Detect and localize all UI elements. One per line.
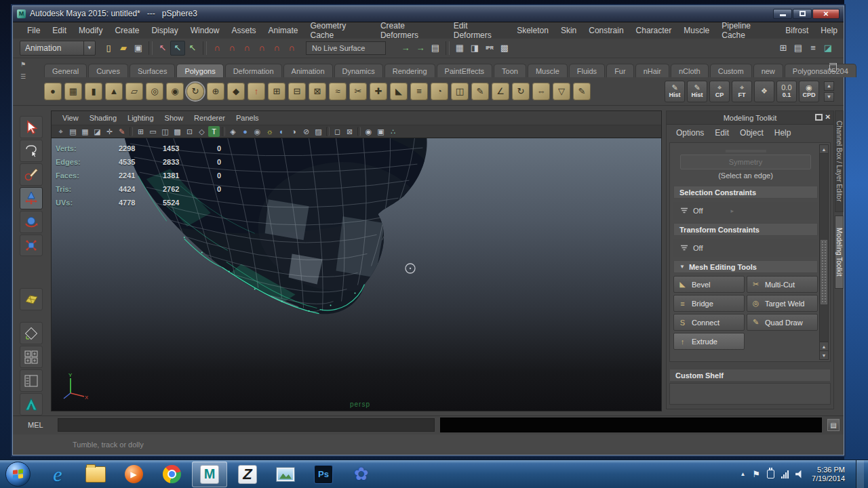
film-gate-icon[interactable]: ▭: [147, 126, 159, 137]
viewport-separator[interactable]: [222, 127, 225, 136]
safe-action-icon[interactable]: ◇: [196, 126, 208, 137]
resolution-gate-icon[interactable]: ◫: [159, 126, 171, 137]
snap-to-curves-icon[interactable]: ∩: [224, 41, 239, 56]
minimize-button[interactable]: [773, 9, 792, 19]
toolkit-menu-item[interactable]: Object: [734, 128, 769, 138]
photo-viewer-icon[interactable]: [268, 462, 303, 487]
shelf-tab[interactable]: nCloth: [671, 64, 709, 77]
shelf-tab[interactable]: Polygonsa05204: [785, 64, 856, 77]
shelf-tab[interactable]: Fur: [606, 64, 634, 77]
toolbar-separator[interactable]: [203, 41, 207, 55]
menu-item[interactable]: Animate: [262, 26, 304, 35]
chrome-icon[interactable]: [154, 462, 189, 487]
polygon-sphere-icon[interactable]: ●: [44, 83, 62, 100]
rotate-tool[interactable]: [20, 211, 43, 233]
polygon-pipe-icon[interactable]: ◉: [166, 83, 184, 100]
menu-item[interactable]: Edit Deformers: [448, 21, 511, 40]
polygon-platonic-icon[interactable]: ◆: [227, 83, 245, 100]
quad-draw-icon[interactable]: ✎: [471, 83, 489, 100]
save-scene-icon[interactable]: ▣: [131, 41, 146, 56]
construction-history-icon[interactable]: ▤: [428, 41, 443, 56]
shelf-scroll-up-icon[interactable]: ▲: [824, 81, 834, 91]
menu-item[interactable]: Help: [814, 26, 844, 35]
shaded-icon[interactable]: ●: [239, 126, 251, 137]
combine-icon[interactable]: ⊞: [268, 83, 285, 100]
extrude-button[interactable]: ↑ Extrude: [673, 333, 745, 350]
shelf-tab[interactable]: Deformation: [225, 64, 282, 77]
action-center-icon[interactable]: ⚑: [752, 469, 760, 479]
flower-app-icon[interactable]: ✿: [344, 462, 379, 487]
viewport-menu-item[interactable]: Lighting: [122, 114, 159, 122]
shelf-tab[interactable]: Polygons: [176, 64, 223, 77]
bevel-button[interactable]: ◣ Bevel: [673, 276, 745, 293]
polygon-torus-icon[interactable]: ◎: [146, 83, 163, 100]
menu-set-dropdown[interactable]: Animation ▼: [20, 41, 96, 56]
menu-item[interactable]: Pipeline Cache: [715, 21, 779, 40]
render-current-frame-icon[interactable]: ◨: [467, 41, 482, 56]
select-camera-icon[interactable]: ⌖: [55, 126, 66, 137]
custom-shelf-area[interactable]: [669, 383, 831, 405]
move-tool[interactable]: [20, 187, 43, 209]
camera-attributes-icon[interactable]: ▤: [67, 126, 79, 137]
viewport-canvas[interactable]: Verts: 2298 1453 0 Edges: 4535 2833: [52, 138, 661, 411]
history-on-button[interactable]: ✎ Hist: [665, 81, 685, 102]
start-button[interactable]: [5, 462, 31, 487]
shelf-scroll-down-icon[interactable]: ▼: [824, 92, 834, 102]
channel-box-icon[interactable]: ≡: [806, 41, 821, 56]
multisample-icon[interactable]: ▨: [313, 126, 324, 137]
transform-constraints-header[interactable]: Transform Constraints: [673, 223, 818, 236]
xray-icon[interactable]: ⊠: [344, 126, 355, 137]
symmetry-button[interactable]: Symmetry: [680, 155, 811, 169]
scrollbar-thumb[interactable]: [821, 240, 827, 304]
shelf-tabs-menu-icon[interactable]: ⚑: [20, 61, 26, 68]
titlebar[interactable]: M Autodesk Maya 2015: untitled* --- pSph…: [13, 6, 844, 22]
render-view-icon[interactable]: ▦: [452, 41, 467, 56]
image-plane-icon[interactable]: ◪: [92, 126, 103, 137]
quad-draw-button[interactable]: ✎ Quad Draw: [747, 314, 818, 331]
selection-constraints-header[interactable]: Selection Constraints: [673, 186, 818, 199]
menu-item[interactable]: Muscle: [677, 26, 715, 35]
windows-explorer-icon[interactable]: [78, 462, 113, 487]
shadows-icon[interactable]: ◐: [276, 126, 288, 137]
hardware-renderer-icon[interactable]: ▣: [375, 126, 387, 137]
grid-icon[interactable]: ⊞: [135, 126, 146, 137]
shelf-menu-icon[interactable]: ☰: [20, 73, 26, 80]
select-by-hierarchy-icon[interactable]: ↖: [155, 41, 170, 56]
extrude-icon[interactable]: ↑: [248, 83, 265, 100]
media-player-icon[interactable]: ▶: [116, 462, 151, 487]
pan-zoom-icon[interactable]: ✛: [104, 126, 115, 137]
cpd-button[interactable]: ◉ CPD: [799, 81, 819, 102]
select-by-object-icon[interactable]: ↖: [170, 41, 185, 56]
shelf-tab[interactable]: nHair: [635, 64, 669, 77]
scroll-up-icon[interactable]: ▲: [820, 145, 828, 154]
menu-item[interactable]: Geometry Cache: [304, 21, 374, 40]
output-connections-icon[interactable]: →: [413, 41, 428, 56]
menu-item[interactable]: Edit: [46, 26, 73, 35]
symmetrize-icon[interactable]: ⇔: [532, 83, 550, 100]
shelf-tab[interactable]: Rendering: [384, 64, 435, 77]
spin-edge-icon[interactable]: ↻: [512, 83, 530, 100]
motion-blur-icon[interactable]: ⊘: [300, 126, 312, 137]
bridge-button[interactable]: ≡ Bridge: [673, 295, 745, 312]
target-weld-button[interactable]: ◎ Target Weld: [747, 295, 818, 312]
shelf-tab[interactable]: Animation: [283, 64, 333, 77]
bookmarks-icon[interactable]: ▦: [79, 126, 91, 137]
trash-icon[interactable]: [829, 63, 837, 72]
snap-to-view-planes-icon[interactable]: ∩: [269, 41, 284, 56]
menu-item[interactable]: File: [21, 26, 46, 35]
quad-draw-last-tool[interactable]: [20, 288, 43, 310]
snap-to-grids-icon[interactable]: ∩: [210, 41, 224, 56]
vertex-select-button[interactable]: ❖: [754, 81, 774, 102]
separate-icon[interactable]: ⊟: [288, 83, 306, 100]
scroll-up-icon[interactable]: ▲: [820, 342, 828, 350]
gate-mask-icon[interactable]: ▩: [172, 126, 183, 137]
transform-constraint-dropdown[interactable]: Off: [673, 239, 818, 257]
viewport-menu-item[interactable]: Shading: [84, 114, 122, 122]
input-connections-icon[interactable]: →: [398, 41, 413, 56]
open-scene-icon[interactable]: ▰: [116, 41, 131, 56]
grease-pencil-icon[interactable]: ✎: [116, 126, 127, 137]
mesh-editing-tools-header[interactable]: ▼ Mesh Editing Tools: [673, 260, 818, 273]
zbrush-icon[interactable]: Z: [230, 462, 265, 487]
crease-icon[interactable]: ∠: [492, 83, 509, 100]
scroll-down-icon[interactable]: ▼: [820, 350, 828, 359]
